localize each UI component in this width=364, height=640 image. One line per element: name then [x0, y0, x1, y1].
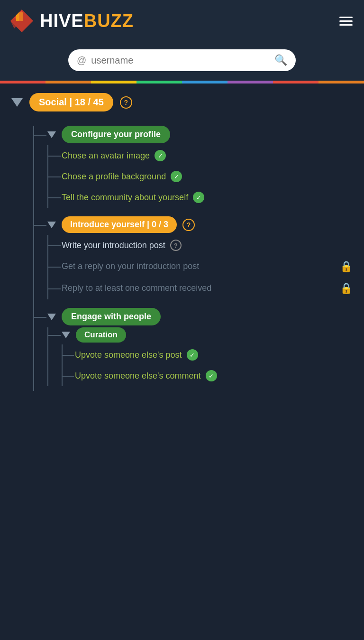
introduce-help-button[interactable]: ? — [182, 219, 195, 231]
task-avatar-text: Chose an avatar image — [62, 151, 150, 161]
hamburger-line-1 — [339, 17, 353, 18]
curation-header: Curation — [48, 327, 353, 343]
social-help-button[interactable]: ? — [120, 96, 132, 109]
social-section-header: Social | 18 / 45 ? — [11, 93, 353, 111]
task-avatar-check-icon: ✓ — [155, 150, 166, 161]
task-upvote-comment-text: Upvote someone else's comment — [75, 371, 201, 381]
task-get-reply-text: Get a reply on your introduction post — [62, 260, 335, 272]
configure-profile-label: Configure your profile — [71, 130, 161, 139]
task-community: Tell the community about yourself ✓ — [48, 187, 353, 208]
engage-people-header: Engage with people — [34, 308, 353, 325]
task-get-reply: Get a reply on your introduction post 🔒 — [48, 256, 353, 278]
logo-buzz: BUZZ — [84, 11, 134, 31]
curation-tasks: Upvote someone else's post ✓ Upvote some… — [62, 344, 353, 386]
svg-marker-4 — [19, 12, 23, 21]
task-upvote-comment: Upvote someone else's comment ✓ — [63, 365, 353, 386]
logo-area: HIVE BUZZ — [9, 9, 134, 33]
social-content: Configure your profile Chose an avatar i… — [34, 126, 353, 391]
engage-collapse-icon[interactable] — [47, 314, 56, 320]
introduce-badge-label: Introduce yourself | 0 / 3 — [70, 220, 168, 230]
social-collapse-icon[interactable] — [11, 98, 23, 107]
curation-badge-label: Curation — [84, 330, 118, 339]
task-background: Chose a profile background ✓ — [48, 166, 353, 187]
configure-profile-badge: Configure your profile — [62, 126, 170, 143]
task-get-reply-lock-icon: 🔒 — [340, 260, 353, 273]
task-write-intro-help-icon[interactable]: ? — [170, 240, 182, 251]
introduce-yourself-tasks: Write your introduction post ? Get a rep… — [47, 235, 353, 299]
menu-button[interactable] — [337, 15, 355, 28]
task-reply-comment: Reply to at least one comment received 🔒 — [48, 278, 353, 299]
task-background-text: Chose a profile background — [62, 172, 166, 182]
engage-children: Curation Upvote someone else's post ✓ Up… — [47, 327, 353, 386]
color-bar-red — [0, 81, 46, 83]
logo-hive: HIVE — [40, 11, 84, 31]
search-bar: @ 🔍 — [68, 49, 296, 71]
social-badge-label: Social | 18 / 45 — [39, 97, 104, 108]
color-bar — [0, 81, 364, 83]
color-bar-red2 — [273, 81, 318, 83]
at-symbol-icon: @ — [77, 55, 86, 66]
color-bar-yellow — [91, 81, 136, 83]
configure-profile-header: Configure your profile — [34, 126, 353, 143]
introduce-collapse-icon[interactable] — [47, 222, 56, 228]
engage-badge: Engage with people — [62, 308, 161, 325]
task-reply-comment-lock-icon: 🔒 — [340, 282, 353, 295]
hamburger-line-3 — [339, 24, 353, 26]
task-upvote-comment-check-icon: ✓ — [206, 370, 217, 381]
social-badge: Social | 18 / 45 — [29, 93, 113, 111]
search-container: @ 🔍 — [0, 42, 364, 81]
hamburger-line-2 — [339, 20, 353, 22]
task-background-check-icon: ✓ — [171, 171, 182, 182]
introduce-badge: Introduce yourself | 0 / 3 — [62, 216, 177, 233]
color-bar-orange — [46, 81, 91, 83]
task-write-intro-text: Write your introduction post — [62, 241, 165, 250]
svg-marker-3 — [16, 12, 19, 21]
curation-badge: Curation — [76, 327, 126, 343]
logo-text: HIVE BUZZ — [40, 11, 134, 31]
header: HIVE BUZZ — [0, 0, 364, 42]
social-children: Configure your profile Chose an avatar i… — [33, 126, 353, 391]
task-upvote-post-text: Upvote someone else's post — [75, 350, 182, 360]
configure-profile-collapse-icon[interactable] — [47, 131, 56, 138]
introduce-yourself-header: Introduce yourself | 0 / 3 ? — [34, 216, 353, 233]
task-write-intro: Write your introduction post ? — [48, 235, 353, 256]
search-input[interactable] — [91, 55, 270, 66]
color-bar-blue — [182, 81, 228, 83]
color-bar-purple — [228, 81, 273, 83]
curation-collapse-icon[interactable] — [62, 332, 70, 338]
hive-logo-icon — [9, 9, 34, 33]
configure-profile-tasks: Chose an avatar image ✓ Chose a profile … — [47, 145, 353, 208]
main-content: Social | 18 / 45 ? Configure your profil… — [0, 83, 364, 408]
color-bar-green — [136, 81, 182, 83]
engage-badge-label: Engage with people — [71, 312, 151, 321]
task-community-check-icon: ✓ — [193, 192, 204, 203]
task-community-text: Tell the community about yourself — [62, 193, 188, 203]
task-upvote-post: Upvote someone else's post ✓ — [63, 344, 353, 365]
task-reply-comment-text: Reply to at least one comment received — [62, 282, 335, 294]
search-button[interactable]: 🔍 — [274, 54, 287, 66]
task-avatar: Chose an avatar image ✓ — [48, 145, 353, 166]
task-upvote-post-check-icon: ✓ — [187, 349, 198, 361]
color-bar-orange2 — [318, 81, 364, 83]
